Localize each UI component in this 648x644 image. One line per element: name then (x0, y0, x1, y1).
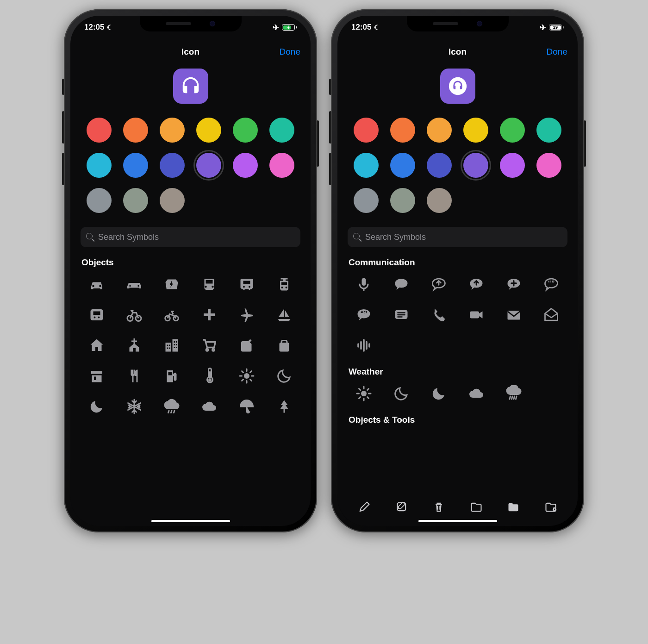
sun-icon[interactable] (231, 367, 263, 385)
message-lines-icon[interactable] (385, 306, 417, 324)
color-swatch-8[interactable] (160, 153, 185, 178)
toolbar-compose[interactable] (395, 500, 408, 513)
mic-icon[interactable] (348, 275, 380, 294)
toolbar-folder-fill[interactable] (507, 500, 520, 513)
cloud-icon[interactable] (193, 397, 225, 416)
color-swatch-0[interactable] (354, 118, 379, 143)
color-swatch-7[interactable] (390, 153, 415, 178)
done-button[interactable]: Done (547, 47, 567, 57)
mute-switch[interactable] (62, 79, 64, 95)
bubble-fill-icon[interactable] (385, 275, 417, 294)
color-swatch-5[interactable] (269, 118, 294, 143)
toolbar-folder[interactable] (470, 500, 483, 513)
bubble-up-icon[interactable] (423, 275, 455, 294)
subway-icon[interactable] (81, 306, 112, 324)
moon-fill-icon[interactable] (81, 397, 112, 416)
cloud-rain-icon[interactable] (156, 397, 187, 416)
car-charge-icon[interactable] (156, 275, 187, 294)
moon-icon[interactable] (268, 367, 300, 385)
fuelpump-icon[interactable] (156, 367, 187, 385)
color-swatch-1[interactable] (390, 118, 415, 143)
umbrella-icon[interactable] (231, 397, 263, 416)
mute-switch[interactable] (329, 79, 331, 95)
cloud-rain-heavy-icon[interactable] (498, 384, 530, 403)
color-swatch-0[interactable] (87, 118, 112, 143)
buildings-icon[interactable] (156, 336, 187, 355)
power-button[interactable] (584, 120, 586, 167)
done-button[interactable]: Done (280, 47, 300, 57)
bus-alt-icon[interactable] (231, 275, 263, 294)
preview-tile[interactable] (440, 69, 475, 104)
color-swatch-6[interactable] (354, 153, 379, 178)
car-icon[interactable] (81, 275, 112, 294)
color-swatch-1[interactable] (123, 118, 148, 143)
color-swatch-11[interactable] (536, 153, 561, 178)
fuelcan-icon[interactable] (231, 336, 263, 355)
color-swatch-9[interactable] (196, 153, 221, 178)
bubble-plus-icon[interactable] (498, 275, 530, 294)
cart-icon[interactable] (193, 336, 225, 355)
color-swatch-9[interactable] (463, 153, 488, 178)
color-swatch-14[interactable] (427, 188, 452, 213)
color-swatch-11[interactable] (269, 153, 294, 178)
color-swatch-3[interactable] (463, 118, 488, 143)
plus-icon[interactable] (193, 306, 225, 324)
house-icon[interactable] (81, 336, 112, 355)
toolbar-pencil[interactable] (358, 500, 371, 513)
toolbar-folder-gear[interactable] (544, 500, 557, 513)
mail-icon[interactable] (498, 306, 530, 324)
store-icon[interactable] (81, 367, 112, 385)
moon-icon[interactable] (385, 384, 417, 403)
color-swatch-4[interactable] (500, 118, 525, 143)
phone-icon[interactable] (423, 306, 455, 324)
airplane-icon[interactable] (231, 306, 263, 324)
color-swatch-14[interactable] (160, 188, 185, 213)
tram-icon[interactable] (268, 275, 300, 294)
preview-tile[interactable] (173, 69, 208, 104)
thermometer-icon[interactable] (193, 367, 225, 385)
color-swatch-10[interactable] (233, 153, 258, 178)
search-input[interactable]: Search Symbols (348, 227, 567, 247)
video-icon[interactable] (460, 306, 492, 324)
color-swatch-2[interactable] (427, 118, 452, 143)
volume-down[interactable] (329, 153, 331, 185)
sailboat-icon[interactable] (268, 306, 300, 324)
search-input[interactable]: Search Symbols (81, 227, 300, 247)
color-swatch-10[interactable] (500, 153, 525, 178)
color-swatch-8[interactable] (427, 153, 452, 178)
volume-up[interactable] (329, 111, 331, 144)
bicycle-icon[interactable] (118, 306, 150, 324)
toolbar-trash[interactable] (432, 500, 445, 513)
church-icon[interactable] (118, 336, 150, 355)
bubble-up-fill-icon[interactable] (460, 275, 492, 294)
color-swatch-7[interactable] (123, 153, 148, 178)
bus-icon[interactable] (193, 275, 225, 294)
color-swatch-12[interactable] (87, 188, 112, 213)
sun-icon[interactable] (348, 384, 380, 403)
color-swatch-5[interactable] (536, 118, 561, 143)
moon-fill-icon[interactable] (423, 384, 455, 403)
tree-icon[interactable] (268, 397, 300, 416)
car-wide-icon[interactable] (118, 275, 150, 294)
power-button[interactable] (317, 120, 319, 167)
cutlery-icon[interactable] (118, 367, 150, 385)
home-indicator[interactable] (418, 520, 497, 522)
bag-icon[interactable] (268, 336, 300, 355)
bubble-quote-fill-icon[interactable]: “” (348, 306, 380, 324)
motorcycle-icon[interactable] (156, 306, 187, 324)
color-swatch-2[interactable] (160, 118, 185, 143)
color-swatch-3[interactable] (196, 118, 221, 143)
volume-up[interactable] (62, 111, 64, 144)
cloud-icon[interactable] (460, 384, 492, 403)
bubble-quote-icon[interactable]: “” (536, 275, 567, 294)
color-swatch-13[interactable] (390, 188, 415, 213)
volume-down[interactable] (62, 153, 64, 185)
color-swatch-13[interactable] (123, 188, 148, 213)
color-swatch-12[interactable] (354, 188, 379, 213)
mail-open-icon[interactable] (536, 306, 567, 324)
home-indicator[interactable] (151, 520, 230, 522)
waveform-icon[interactable] (348, 336, 380, 355)
color-swatch-4[interactable] (233, 118, 258, 143)
snowflake-icon[interactable] (118, 397, 150, 416)
color-swatch-6[interactable] (87, 153, 112, 178)
